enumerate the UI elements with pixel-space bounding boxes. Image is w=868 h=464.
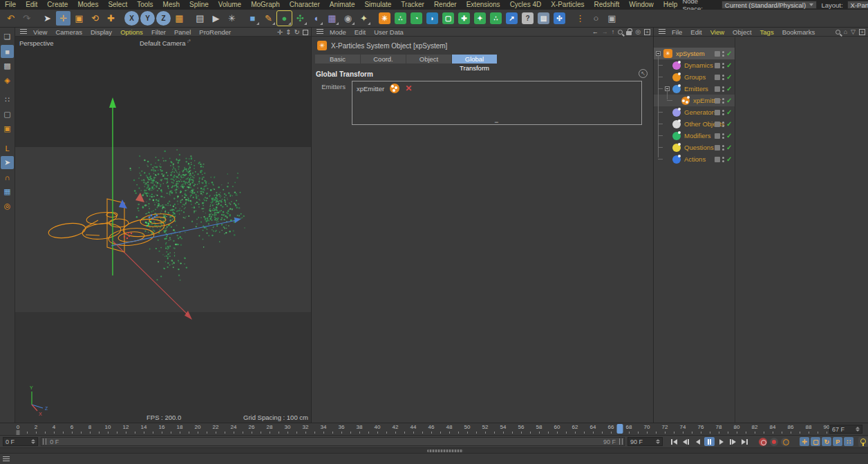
camera-label[interactable]: Default Camera ∶° [140,39,191,47]
scrollbar-handle[interactable] [427,450,463,452]
prev-key-button[interactable] [681,437,691,446]
tree-row-actions[interactable]: Actions✓ [654,153,868,165]
menu-file[interactable]: File [0,0,21,10]
panel-menu-icon[interactable] [317,29,323,35]
move-tool-icon[interactable]: ✛ [56,11,70,26]
emitters-list-box[interactable]: xpEmitter ✕ ┅ [352,81,642,125]
xp-sprites-icon[interactable]: ◗ [425,11,440,26]
viewport-pan-icon[interactable]: ✛ [277,28,283,36]
om-menu-file[interactable]: File [668,28,686,37]
preview-range-slider[interactable]: 0 F 90 F [41,437,625,446]
redo-icon[interactable]: ↷ [19,11,34,26]
menu-edit[interactable]: Edit [21,0,42,10]
workplane-mode-icon[interactable]: ◈ [1,74,14,87]
menu-animate[interactable]: Animate [325,0,360,10]
timeline-scrollbar[interactable] [0,447,868,453]
history-back-icon[interactable]: ← [592,28,598,35]
frame0-marker[interactable] [17,430,20,435]
om-menu-view[interactable]: View [706,28,728,37]
viewport-3d-scene[interactable] [15,37,311,423]
enabled-check-icon[interactable]: ✓ [726,144,732,151]
viewport-dolly-icon[interactable]: ⇕ [285,28,291,36]
camera-toggle-icon[interactable]: ∶° [187,39,191,44]
lock-y-axis-icon[interactable]: Y [140,11,155,26]
search-icon[interactable] [836,30,840,35]
xp-system-icon[interactable]: ✳ [377,11,392,26]
points-mode-icon[interactable]: ∷ [1,93,14,106]
xp-light-icon[interactable]: ✦ [473,11,487,26]
frame-stepper[interactable] [31,439,35,444]
lock-icon[interactable] [626,31,632,35]
render-picture-viewer-icon[interactable]: ▶ [209,11,223,26]
tab-coord-[interactable]: Coord. [361,55,406,64]
visibility-dots[interactable] [722,86,724,92]
console-icon[interactable]: ○ [589,11,603,26]
enabled-check-icon[interactable]: ✓ [726,97,732,104]
playhead[interactable] [617,424,623,434]
layer-toggle[interactable] [715,145,720,151]
viewport-menu-cameras[interactable]: Cameras [51,28,86,37]
layer-toggle[interactable] [715,133,720,139]
last-tool-icon[interactable]: ✚ [104,11,118,26]
spline-pen-icon[interactable]: ✎ [261,11,276,26]
remove-emitter-icon[interactable]: ✕ [405,84,412,93]
menu-mograph[interactable]: MoGraph [246,0,285,10]
attribute-menu-edit[interactable]: Edit [350,28,370,37]
enabled-check-icon[interactable]: ✓ [726,121,732,128]
emitter-list-item[interactable]: xpEmitter ✕ [352,81,641,95]
menu-select[interactable]: Select [103,0,132,10]
enabled-check-icon[interactable]: ✓ [726,50,732,57]
key-scale-toggle[interactable]: ▢ [811,437,820,446]
enabled-check-icon[interactable]: ✓ [726,74,732,81]
make-editable-icon[interactable]: ❏ [1,30,14,44]
undo-icon[interactable]: ↶ [3,11,18,26]
parent-object-icon[interactable]: ↑ [612,28,615,35]
polygons-mode-icon[interactable]: ▣ [1,122,14,135]
viewport-maximize-icon[interactable] [303,30,308,35]
enabled-check-icon[interactable]: ✓ [726,86,732,93]
visibility-dots[interactable] [722,122,724,127]
rotate-tool-icon[interactable]: ⟲ [88,11,102,26]
menu-render[interactable]: Render [429,0,462,10]
next-frame-button[interactable] [716,437,726,446]
panel-menu-icon[interactable] [20,29,27,35]
key-parameter-toggle[interactable]: P [833,437,842,446]
visibility-dots[interactable] [722,133,724,139]
generators-icon[interactable]: ● [277,11,292,26]
scale-tool-icon[interactable]: ▣ [72,11,86,26]
menu-x-particles[interactable]: X-Particles [546,0,589,10]
play-pause-button[interactable] [704,437,715,446]
snap-icon[interactable]: ➤ [1,156,14,169]
tree-row-groups[interactable]: Groups✓ [654,71,868,83]
goto-start-button[interactable] [669,437,679,446]
edges-mode-icon[interactable]: ▢ [1,108,14,121]
viewport-menu-filter[interactable]: Filter [147,28,170,37]
coord-system-icon[interactable]: ▦ [172,11,187,26]
lock-z-axis-icon[interactable]: Z [156,11,171,26]
tree-row-xpemitter[interactable]: xpEmitter✓ [654,95,735,106]
lock-axis-icon[interactable]: ◎ [1,200,14,213]
xp-generator-icon[interactable]: ▢ [441,11,455,26]
xp-dynamics-icon[interactable]: ✣ [552,11,567,26]
goto-end-button[interactable] [739,437,750,446]
live-selection-icon[interactable]: ➤ [40,11,55,26]
magnet-snap-icon[interactable]: ∩ [1,171,14,184]
filter-icon[interactable]: ▽ [851,28,856,35]
layer-toggle[interactable] [715,63,720,68]
menu-simulate[interactable]: Simulate [359,0,396,10]
tree-row-xpsystem[interactable]: ✳xpSystem✓ [654,48,735,59]
enabled-check-icon[interactable]: ✓ [726,156,732,163]
search-icon[interactable] [618,30,623,35]
range-end-grip[interactable] [619,438,623,445]
menu-redshift[interactable]: Redshift [589,0,625,10]
menu-character[interactable]: Character [285,0,325,10]
visibility-dots[interactable] [722,51,724,57]
viewport-menu-panel[interactable]: Panel [170,28,195,37]
lock-x-axis-icon[interactable]: X [124,11,139,26]
layer-toggle[interactable] [715,86,720,92]
render-view-icon[interactable]: ▤ [193,11,207,26]
xp-emitter-icon[interactable]: ∴ [393,11,408,26]
enabled-check-icon[interactable]: ✓ [726,109,732,116]
viewport-menu-view[interactable]: View [29,28,51,37]
xp-modifier-icon[interactable]: ✚ [457,11,471,26]
